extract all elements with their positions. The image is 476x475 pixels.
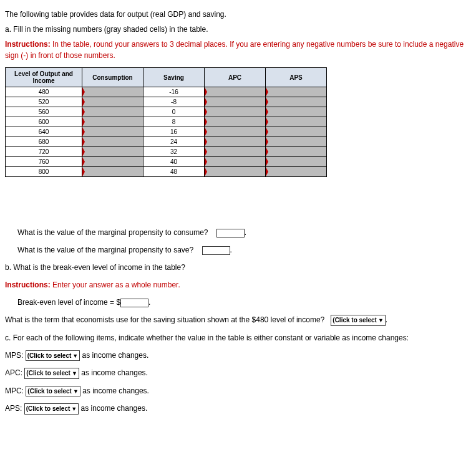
cell-income: 600 — [6, 117, 82, 127]
breakeven-line: Break-even level of income = $. — [17, 297, 471, 308]
cell-saving: 48 — [143, 167, 205, 177]
mps-line: MPS: (Click to select▼ as income changes… — [5, 350, 471, 362]
cell-aps-input[interactable] — [266, 127, 327, 137]
question-mps: What is the value of the marginal propen… — [17, 244, 471, 256]
cell-income: 560 — [6, 107, 82, 117]
cell-apc-input[interactable] — [205, 87, 266, 97]
breakeven-input[interactable] — [120, 299, 148, 307]
cell-consumption-input[interactable] — [82, 137, 143, 147]
cell-aps-input[interactable] — [266, 87, 327, 97]
aps-line: APS: (Click to select▼ as income changes… — [5, 403, 471, 415]
mpc-line: MPC: (Click to select▼ as income changes… — [5, 385, 471, 397]
chevron-down-icon: ▼ — [72, 352, 78, 361]
cell-saving: 40 — [143, 157, 205, 167]
part-c-text: c. For each of the following items, indi… — [5, 332, 471, 343]
cell-consumption-input[interactable] — [82, 127, 143, 137]
instructions-b: Instructions: Enter your answer as a who… — [5, 279, 471, 290]
cell-aps-input[interactable] — [266, 117, 327, 127]
term-select[interactable]: (Click to select▼ — [331, 315, 386, 326]
cell-apc-input[interactable] — [205, 97, 266, 107]
header-apc: APC — [205, 68, 266, 87]
cell-income: 640 — [6, 127, 82, 137]
cell-apc-input[interactable] — [205, 137, 266, 147]
chevron-down-icon: ▼ — [73, 388, 79, 396]
intro-text: The following table provides data for ou… — [5, 9, 471, 20]
cell-income: 480 — [6, 87, 82, 97]
cell-aps-input[interactable] — [266, 97, 327, 107]
cell-aps-input[interactable] — [266, 157, 327, 167]
cell-aps-input[interactable] — [266, 137, 327, 147]
cell-consumption-input[interactable] — [82, 167, 143, 177]
instructions-label: Instructions: — [5, 40, 51, 49]
chevron-down-icon: ▼ — [72, 370, 77, 378]
cell-aps-input[interactable] — [266, 107, 327, 117]
cell-saving: -8 — [143, 97, 205, 107]
apc-line: APC: (Click to select▼ as income changes… — [5, 367, 471, 379]
cell-consumption-input[interactable] — [82, 97, 143, 107]
cell-saving: -16 — [143, 87, 205, 97]
cell-consumption-input[interactable] — [82, 107, 143, 117]
cell-consumption-input[interactable] — [82, 87, 143, 97]
cell-consumption-input[interactable] — [82, 117, 143, 127]
cell-apc-input[interactable] — [205, 167, 266, 177]
mpc-input[interactable] — [216, 229, 245, 238]
mps-select[interactable]: (Click to select▼ — [26, 350, 80, 362]
part-b-text: b. What is the break-even level of incom… — [5, 262, 471, 273]
term-question: What is the term that economists use for… — [5, 314, 471, 326]
cell-consumption-input[interactable] — [82, 157, 143, 167]
header-saving: Saving — [143, 68, 205, 87]
chevron-down-icon: ▼ — [71, 405, 77, 414]
cell-income: 760 — [6, 157, 82, 167]
cell-apc-input[interactable] — [205, 127, 266, 137]
cell-saving: 8 — [143, 117, 205, 127]
cell-saving: 16 — [143, 127, 205, 137]
cell-apc-input[interactable] — [205, 117, 266, 127]
instructions-a: Instructions: In the table, round your a… — [5, 39, 471, 61]
cell-apc-input[interactable] — [205, 107, 266, 117]
question-mpc: What is the value of the marginal propen… — [17, 227, 471, 238]
cell-apc-input[interactable] — [205, 157, 266, 167]
cell-saving: 32 — [143, 147, 205, 157]
cell-income: 720 — [6, 147, 82, 157]
header-consumption: Consumption — [82, 68, 143, 87]
cell-income: 520 — [6, 97, 82, 107]
cell-saving: 0 — [143, 107, 205, 117]
header-income: Level of Output and Income — [6, 68, 82, 87]
cell-income: 680 — [6, 137, 82, 147]
cell-saving: 24 — [143, 137, 205, 147]
cell-consumption-input[interactable] — [82, 147, 143, 157]
header-aps: APS — [266, 68, 327, 87]
cell-aps-input[interactable] — [266, 147, 327, 157]
aps-select[interactable]: (Click to select▼ — [24, 403, 79, 415]
cell-income: 800 — [6, 167, 82, 177]
instructions-a-text: In the table, round your answers to 3 de… — [5, 40, 464, 60]
mps-input[interactable] — [202, 246, 230, 255]
data-table: Level of Output and Income Consumption S… — [5, 67, 327, 177]
cell-apc-input[interactable] — [205, 147, 266, 157]
cell-aps-input[interactable] — [266, 167, 327, 177]
apc-select[interactable]: (Click to select▼ — [24, 368, 79, 379]
part-a-text: a. Fill in the missing numbers (gray sha… — [5, 24, 471, 35]
chevron-down-icon: ▼ — [378, 317, 384, 325]
mpc-select[interactable]: (Click to select▼ — [26, 386, 80, 397]
